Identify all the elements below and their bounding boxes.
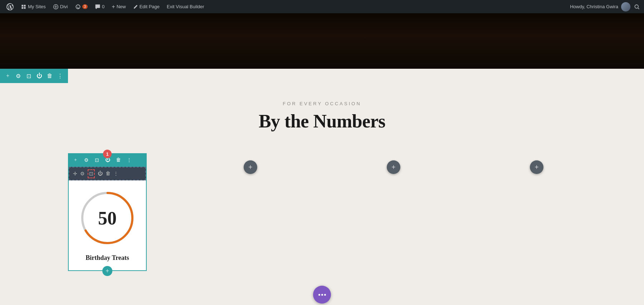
bottom-center-area: +	[0, 286, 644, 305]
hero-area	[0, 13, 644, 69]
gauge-svg-wrapper: 50	[77, 188, 138, 248]
gauge-number: 50	[98, 208, 117, 229]
divi-menu[interactable]: Divi	[50, 0, 71, 13]
edit-page-menu[interactable]: Edit Page	[130, 0, 162, 13]
inner-trash-icon[interactable]: 🗑	[106, 171, 111, 176]
inner-move-icon[interactable]: ✛	[73, 171, 77, 177]
my-sites-menu[interactable]: My Sites	[18, 0, 49, 13]
inner-copy-icon[interactable]: ⊡	[88, 169, 95, 178]
module-inner-toolbar: ✛ ⚙ ⊡ ⏻ 🗑 ⋮	[69, 167, 146, 180]
column-4: +	[465, 150, 608, 275]
purple-options-button[interactable]	[313, 286, 331, 304]
column-2-plus[interactable]: +	[244, 160, 257, 174]
module-more-icon[interactable]: ⋮	[125, 156, 133, 164]
column-4-plus[interactable]: +	[530, 160, 543, 174]
module-bottom-plus[interactable]: +	[102, 266, 112, 276]
column-3-plus[interactable]: +	[387, 160, 400, 174]
exit-vb-label: Exit Visual Builder	[167, 4, 204, 9]
section-add-icon[interactable]: +	[4, 72, 11, 80]
column-3: +	[322, 150, 465, 275]
module-add-icon[interactable]: +	[72, 156, 79, 164]
module-card: ✛ ⚙ ⊡ ⏻ 🗑 ⋮	[68, 167, 147, 271]
dot-1	[318, 294, 320, 296]
section-subtitle: FOR EVERY OCCASION	[0, 101, 644, 106]
section-more-icon[interactable]: ⋮	[57, 72, 64, 80]
new-label: New	[117, 4, 126, 9]
notification-badge: 1	[103, 150, 112, 158]
columns-area: 1 + ⚙ ⊡ ⏻ 🗑 ⋮ ✛ ⚙ ⊡ ⏻ 🗑	[0, 150, 644, 275]
dot-2	[321, 294, 323, 296]
comments-count: 0	[102, 4, 104, 9]
svg-point-1	[635, 5, 638, 8]
inner-power-icon[interactable]: ⏻	[98, 171, 103, 176]
module-trash-icon[interactable]: 🗑	[114, 156, 122, 164]
column-1: 1 + ⚙ ⊡ ⏻ 🗑 ⋮ ✛ ⚙ ⊡ ⏻ 🗑	[36, 150, 179, 275]
inner-settings-icon[interactable]: ⚙	[80, 171, 85, 177]
admin-bar-right: Howdy, Christina Gwira	[570, 2, 640, 11]
exit-visual-builder-menu[interactable]: Exit Visual Builder	[164, 0, 207, 13]
admin-bar: My Sites Divi 3 0 + New Edit Page Exit V…	[0, 0, 644, 13]
dot-3	[324, 294, 326, 296]
updates-count: 3	[82, 4, 88, 9]
module-outer-toolbar: 1 + ⚙ ⊡ ⏻ 🗑 ⋮	[68, 153, 147, 167]
user-avatar[interactable]	[621, 2, 630, 11]
user-greeting: Howdy, Christina Gwira	[570, 4, 618, 9]
inner-more-icon[interactable]: ⋮	[113, 171, 118, 177]
section-trash-icon[interactable]: 🗑	[46, 72, 53, 80]
module-copy-icon[interactable]: ⊡	[93, 156, 101, 164]
section-header: FOR EVERY OCCASION By the Numbers	[0, 101, 644, 132]
section-settings-icon[interactable]: ⚙	[15, 72, 21, 80]
column-2: +	[179, 150, 322, 275]
comments-menu[interactable]: 0	[92, 0, 107, 13]
section-toolbar: + ⚙ ⊡ ⏻ 🗑 ⋮	[0, 69, 68, 83]
gauge-container: 50 Birthday Treats	[69, 180, 146, 270]
main-content: FOR EVERY OCCASION By the Numbers 1 + ⚙ …	[0, 83, 644, 305]
dots-icon	[318, 294, 326, 296]
edit-page-label: Edit Page	[140, 4, 160, 9]
my-sites-label: My Sites	[28, 4, 46, 9]
section-power-icon[interactable]: ⏻	[36, 72, 43, 80]
section-title: By the Numbers	[0, 111, 644, 132]
new-menu[interactable]: + New	[109, 0, 128, 13]
section-copy-icon[interactable]: ⊡	[25, 72, 32, 80]
gauge-label: Birthday Treats	[86, 251, 129, 267]
updates-menu[interactable]: 3	[72, 0, 91, 13]
divi-label: Divi	[60, 4, 68, 9]
search-button[interactable]	[633, 3, 640, 10]
wp-logo[interactable]	[4, 0, 16, 13]
module-settings-icon[interactable]: ⚙	[82, 156, 90, 164]
